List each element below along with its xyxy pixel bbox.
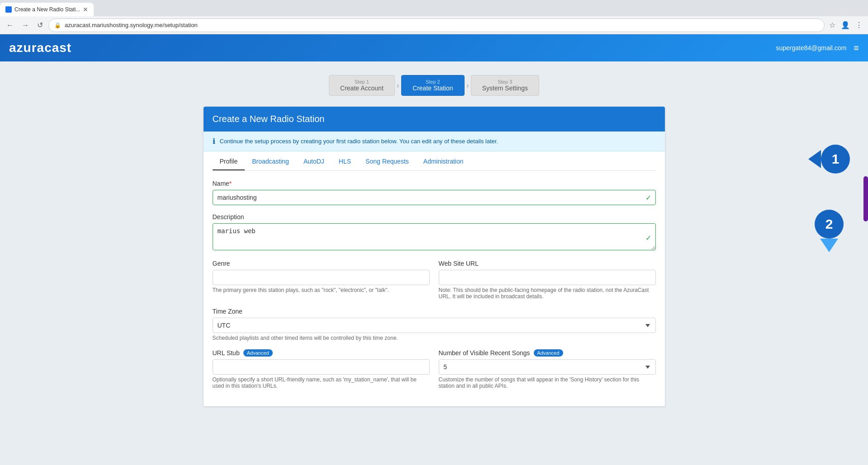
website-url-input[interactable] [439,270,656,285]
card-title: Create a New Radio Station [213,114,325,124]
urlstub-visiblesongs-row: URL Stub Advanced Optionally specify a s… [213,349,656,389]
url-stub-label-row: URL Stub Advanced [213,349,430,357]
tab-profile[interactable]: Profile [213,153,245,170]
description-input[interactable]: marius web [213,223,656,250]
visible-songs-label: Number of Visible Recent Songs [439,349,530,357]
url-stub-hint: Optionally specify a short URL-friendly … [213,376,430,389]
page-content: Step 1 Create Account › Step 2 Create St… [0,61,868,465]
bookmark-icon[interactable]: ☆ [827,19,837,31]
step-3-label: Step 3 [498,79,512,85]
description-field-group: Description marius web ✓ [213,213,656,252]
step-arrow-2: › [466,81,469,90]
website-url-label: Web Site URL [439,260,656,267]
browser-tab[interactable]: Create a New Radio Stati... ✕ [0,3,94,16]
step-2-name: Create Station [413,85,453,92]
tab-favicon [5,6,12,13]
name-input-wrapper: ✓ [213,190,656,205]
menu-icon[interactable]: ⋮ [854,19,864,31]
browser-toolbar: ← → ↺ 🔒 azuracast.mariushosting.synology… [0,16,868,34]
step-1-name: Create Account [340,85,384,92]
forward-button[interactable]: → [19,19,32,31]
card-header: Create a New Radio Station [204,107,665,132]
name-label: Name* [213,180,656,187]
timezone-field-group: Time Zone UTC America/New_York America/C… [213,308,656,341]
visible-songs-advanced-badge: Advanced [534,349,563,357]
description-label: Description [213,213,656,221]
tab-broadcasting[interactable]: Broadcasting [245,153,296,170]
hamburger-menu-icon[interactable]: ≡ [854,43,859,53]
card-info-text: Continue the setup process by creating y… [220,138,498,145]
visible-songs-label-row: Number of Visible Recent Songs Advanced [439,349,656,357]
url-stub-advanced-badge: Advanced [243,349,273,357]
website-col: Web Site URL Note: This should be the pu… [439,260,656,300]
tab-autodj[interactable]: AutoDJ [296,153,332,170]
tab-title: Create a New Radio Stati... [14,6,80,13]
tab-bar: Create a New Radio Stati... ✕ [0,0,868,16]
visible-songs-select[interactable]: 5 10 15 20 [439,359,656,375]
header-right: supergate84@gmail.com ≡ [776,43,859,53]
step-arrow-1: › [397,81,399,90]
description-input-wrapper: marius web ✓ [213,223,656,252]
genre-website-row: Genre The primary genre this station pla… [213,260,656,300]
scrollbar-thumb[interactable] [863,176,868,221]
back-button[interactable]: ← [4,19,16,31]
profile-icon[interactable]: 👤 [839,19,852,31]
step-3-name: System Settings [482,85,528,92]
main-card: Create a New Radio Station ℹ Continue th… [204,107,665,406]
reload-button[interactable]: ↺ [34,19,46,31]
timezone-label: Time Zone [213,308,656,315]
step-3: Step 3 System Settings [471,75,539,96]
visible-songs-col: Number of Visible Recent Songs Advanced … [439,349,656,389]
address-bar[interactable]: 🔒 azuracast.mariushosting.synology.me/se… [48,19,825,32]
timezone-select[interactable]: UTC America/New_York America/Chicago Ame… [213,318,656,333]
website-url-hint: Note: This should be the public-facing h… [439,287,656,300]
step-2: Step 2 Create Station [401,75,465,96]
step-2-label: Step 2 [426,79,440,85]
app-logo: azuracast [9,41,71,55]
tab-close-button[interactable]: ✕ [83,6,88,13]
logo-light: azura [9,41,44,55]
card-body: Profile Broadcasting AutoDJ HLS Song Req… [204,151,665,406]
genre-hint: The primary genre this station plays, su… [213,287,430,293]
step-1: Step 1 Create Account [329,75,395,96]
tab-administration[interactable]: Administration [416,153,471,170]
logo-bold: cast [44,41,71,55]
name-field-group: Name* ✓ [213,180,656,205]
genre-input[interactable] [213,270,430,285]
url-stub-label: URL Stub [213,349,240,357]
browser-icon-group: ☆ 👤 ⋮ [827,19,864,31]
genre-label: Genre [213,260,430,267]
security-icon: 🔒 [54,22,61,28]
name-input[interactable] [213,190,656,205]
step-1-label: Step 1 [355,79,369,85]
url-stub-col: URL Stub Advanced Optionally specify a s… [213,349,430,389]
address-text: azuracast.mariushosting.synology.me/setu… [65,22,819,28]
description-valid-icon: ✓ [645,233,651,242]
stepper: Step 1 Create Account › Step 2 Create St… [9,75,859,96]
url-stub-input[interactable] [213,359,430,375]
card-info-banner: ℹ Continue the setup process by creating… [204,132,665,151]
name-valid-icon: ✓ [645,193,651,202]
info-icon: ℹ [213,137,215,146]
tab-hls[interactable]: HLS [332,153,358,170]
tab-song-requests[interactable]: Song Requests [358,153,416,170]
tab-bar: Profile Broadcasting AutoDJ HLS Song Req… [213,151,656,171]
genre-col: Genre The primary genre this station pla… [213,260,430,300]
user-email: supergate84@gmail.com [776,44,846,52]
app-header: azuracast supergate84@gmail.com ≡ [0,34,868,61]
logo-text: azuracast [9,41,71,55]
name-required: * [229,180,232,187]
visible-songs-hint: Customize the number of songs that will … [439,376,656,389]
timezone-hint: Scheduled playlists and other timed item… [213,335,656,341]
browser-chrome: Create a New Radio Stati... ✕ ← → ↺ 🔒 az… [0,0,868,34]
